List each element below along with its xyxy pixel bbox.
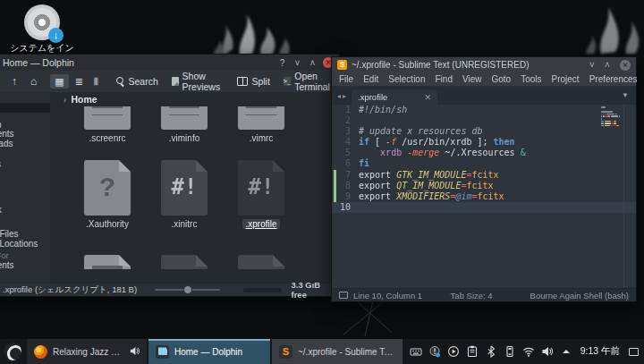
minimap-border	[623, 105, 624, 288]
tab-overflow-icon[interactable]: ▼	[622, 91, 629, 99]
breadcrumb-location[interactable]: Home	[72, 94, 97, 105]
menu-find[interactable]: Find	[436, 74, 453, 84]
free-space-label: 3.3 GiB free	[291, 280, 332, 300]
compact-view-button[interactable]: ⫴	[89, 74, 103, 89]
minimize-button[interactable]: ˅	[587, 60, 597, 70]
file-item-.screenrc[interactable]: .screenrc	[69, 106, 146, 143]
minimap[interactable]	[601, 106, 623, 130]
audio-playing-icon[interactable]	[130, 346, 140, 358]
menu-goto[interactable]: Goto	[491, 74, 511, 84]
menu-project[interactable]: Project	[552, 74, 580, 84]
app-launcher-button[interactable]	[0, 339, 25, 364]
icons-view-button[interactable]: ▦	[50, 74, 68, 89]
bluetooth-icon[interactable]	[485, 345, 498, 359]
file-name: .vimrc	[247, 133, 276, 143]
clipboard-icon[interactable]	[466, 345, 479, 359]
file-icon: ?	[84, 160, 131, 216]
task-label: Relaxing Jazz Piano Radio - Slo...	[53, 347, 123, 357]
code-line-6[interactable]: 6fi	[332, 158, 636, 169]
code-line-8[interactable]: 8export QT_IM_MODULE=fcitx	[332, 181, 636, 191]
dolphin-window-title: Home — Dolphin	[3, 57, 74, 68]
code-line-2[interactable]: 2	[332, 115, 636, 126]
sidebar-item-home[interactable]: Home	[0, 103, 50, 113]
cursor-position[interactable]: Line 10, Column 1	[353, 291, 422, 301]
code-line-1[interactable]: 1#!/bin/sh	[332, 105, 636, 115]
show-desktop-button[interactable]	[629, 348, 639, 356]
media-player-icon[interactable]	[447, 345, 461, 359]
code-line-3[interactable]: 3# update x resources db	[332, 126, 636, 137]
search-button[interactable]: Search	[113, 74, 162, 89]
split-button[interactable]: Split	[233, 74, 273, 89]
code-line-10[interactable]: 10	[332, 202, 636, 213]
help-button[interactable]: ?	[276, 58, 288, 68]
sidebar-item-documents[interactable]: Documents	[0, 130, 50, 140]
selection-info: .xprofile (シェルスクリプト, 181 B)	[0, 284, 137, 296]
tab-scroll-arrows[interactable]: ◂▸	[337, 92, 348, 100]
file-item-.xprofile[interactable]: #!.xprofile	[223, 160, 300, 229]
clock[interactable]: 9:13 午前	[580, 345, 620, 358]
sidebar-item-images[interactable]: Images	[0, 270, 50, 280]
maximize-button[interactable]: ˄	[307, 58, 318, 68]
file-item[interactable]	[69, 255, 146, 269]
close-button[interactable]: ✕	[620, 60, 631, 71]
menu-file[interactable]: File	[339, 74, 353, 84]
fullscreen-toggle-icon[interactable]	[339, 292, 348, 299]
menu-tools[interactable]: Tools	[521, 74, 541, 84]
file-item[interactable]: #!	[223, 255, 300, 269]
syntax-indicator[interactable]: Bourne Again Shell (bash)	[530, 291, 629, 301]
zoom-slider-handle[interactable]	[183, 285, 192, 294]
sidebar-item-downloads[interactable]: Downloads	[0, 140, 50, 149]
taskbar-task[interactable]: S~/.xprofile - Sublime Text (UNREGIST...	[272, 339, 402, 364]
sidebar-item-network[interactable]: Network	[0, 206, 50, 216]
taskbar-task[interactable]: Home — Dolphin	[148, 339, 270, 364]
tab-size-indicator[interactable]: Tab Size: 4	[451, 291, 493, 301]
tab-close-icon[interactable]: ✕	[424, 93, 431, 102]
token-pl: ~/.Xresources	[439, 148, 520, 157]
show-previews-button[interactable]: Show Previews	[168, 69, 228, 94]
volume-icon[interactable]	[541, 345, 555, 359]
details-view-button[interactable]: ≣	[71, 74, 88, 89]
places-sidebar: HomeDesktopDocumentsDownloadsMusicPictur…	[0, 92, 51, 283]
code-editor[interactable]: 1#!/bin/sh23# update x resources db4if […	[332, 105, 636, 288]
menu-view[interactable]: View	[462, 74, 482, 84]
home-button[interactable]: ⌂	[27, 74, 40, 89]
sidebar-item-music[interactable]: Music	[0, 148, 50, 158]
file-glyph: ?	[84, 172, 131, 202]
taskbar-task[interactable]: Relaxing Jazz Piano Radio - Slo...	[27, 339, 147, 364]
code-line-9[interactable]: 9export XMODIFIERS=@im=fcitx	[332, 191, 636, 202]
task-label: Home — Dolphin	[174, 347, 242, 357]
maximize-button[interactable]: ˄	[602, 60, 613, 70]
file-item-.viminfo[interactable]: .viminfo	[146, 106, 223, 143]
file-item-.xinitrc[interactable]: #!.xinitrc	[146, 160, 223, 229]
sidebar-item-recent-locations[interactable]: Recent Locations	[0, 240, 50, 250]
sidebar-item-documents[interactable]: Documents	[0, 261, 50, 271]
menu-selection[interactable]: Selection	[388, 74, 425, 84]
tab-xprofile[interactable]: .xprofile ✕	[352, 89, 437, 105]
open-terminal-button[interactable]: >_ Open Terminal	[280, 69, 337, 94]
sublime-titlebar[interactable]: S ~/.xprofile - Sublime Text (UNREGISTER…	[332, 57, 636, 72]
file-item[interactable]: #!	[146, 255, 223, 269]
zoom-slider[interactable]	[155, 289, 220, 291]
file-item-.vimrc[interactable]: .vimrc	[223, 106, 300, 143]
line-number: 6	[332, 158, 359, 169]
sidebar-item-recent-files[interactable]: Recent Files	[0, 230, 50, 240]
menu-edit[interactable]: Edit	[363, 74, 378, 84]
device-notifier-icon[interactable]	[504, 345, 517, 359]
sidebar-item-pictures[interactable]: Pictures	[0, 160, 50, 170]
folder-view[interactable]: › Home .screenrc.viminfo.vimrc?.Xauthori…	[51, 92, 339, 283]
menu-preferences[interactable]: Preferences	[589, 74, 638, 84]
up-button[interactable]: ↑	[8, 74, 21, 89]
token-vr: XMODIFIERS	[396, 191, 450, 201]
dolphin-statusbar: .xprofile (シェルスクリプト, 181 B) 3.3 GiB free	[0, 283, 339, 296]
minimize-button[interactable]: ˅	[292, 58, 303, 68]
file-item-.Xauthority[interactable]: ?.Xauthority	[69, 160, 146, 229]
expand-tray-icon[interactable]	[560, 345, 573, 359]
updates-badge-icon[interactable]	[428, 345, 442, 359]
breadcrumb[interactable]: › Home	[51, 92, 339, 106]
sidebar-item-videos[interactable]: Videos	[0, 169, 50, 179]
input-method-icon[interactable]	[410, 345, 423, 359]
code-line-7[interactable]: 7export GTK_IM_MODULE=fcitx	[332, 170, 636, 181]
wifi-icon[interactable]	[522, 345, 536, 359]
code-line-4[interactable]: 4if [ -f /usr/bin/xrdb ]; then	[332, 137, 636, 148]
code-line-5[interactable]: 5 xrdb -merge ~/.Xresources &	[332, 148, 636, 158]
